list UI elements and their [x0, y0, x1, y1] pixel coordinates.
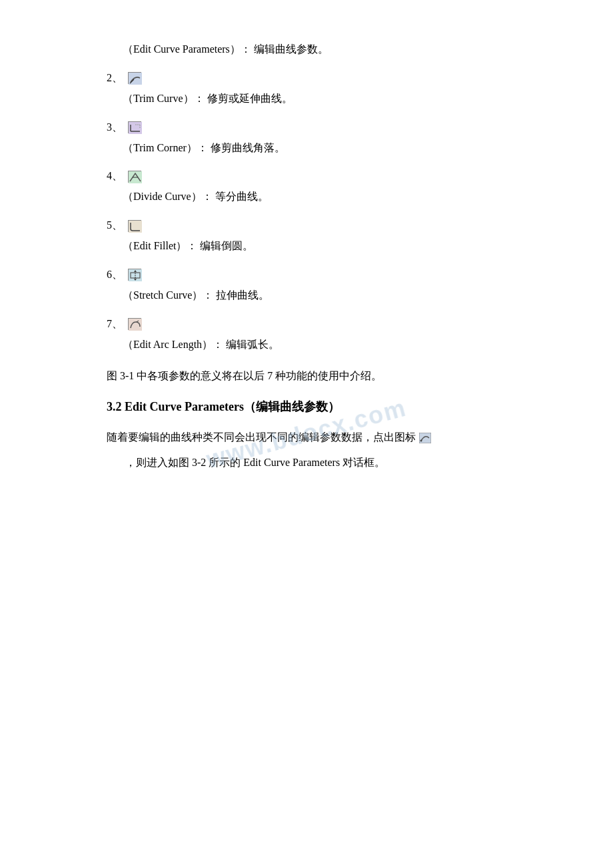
section-heading: 3.2 Edit Curve Parameters（编辑曲线参数） [107, 396, 560, 417]
list-item: （Edit Curve Parameters）： 编辑曲线参数。 [107, 40, 560, 59]
edit-fillet-icon [128, 220, 141, 232]
item5-number-line: 5、 [107, 219, 560, 233]
item6-description: （Stretch Curve）： 拉伸曲线。 [123, 286, 560, 305]
divide-curve-icon [128, 171, 141, 183]
trim-curve-icon [128, 72, 141, 84]
paragraph-start: 随着要编辑的曲线种类不同会出现不同的编辑参数数据，点出图标 [107, 431, 416, 443]
item7-number: 7、 [107, 317, 123, 331]
item3-description: （Trim Corner）： 修剪曲线角落。 [123, 139, 560, 158]
svg-point-20 [420, 440, 422, 442]
stretch-curve-icon [128, 269, 141, 281]
edit-arc-icon [128, 318, 141, 330]
item2-description: （Trim Curve）： 修剪或延伸曲线。 [123, 89, 560, 109]
item2-number: 2、 [107, 71, 123, 85]
item1-description: （Edit Curve Parameters）： 编辑曲线参数。 [123, 40, 560, 59]
main-paragraph: 随着要编辑的曲线种类不同会出现不同的编辑参数数据，点出图标 [107, 427, 560, 447]
trim-corner-icon [128, 121, 141, 133]
list-item: 3、 （Trim Corner）： 修剪曲线角落。 [107, 121, 560, 158]
list-item: 4、 （Divide Curve）： 等分曲线。 [107, 169, 560, 207]
svg-rect-19 [419, 433, 431, 443]
item5-description: （Edit Fillet）： 编辑倒圆。 [123, 237, 560, 256]
list-item: 7、 （Edit Arc Length）： 编辑弧长。 [107, 317, 560, 355]
item7-description: （Edit Arc Length）： 编辑弧长。 [123, 335, 560, 355]
item5-number: 5、 [107, 219, 123, 233]
item3-number-line: 3、 [107, 121, 560, 135]
item6-number-line: 6、 [107, 268, 560, 282]
list-item: 5、 （Edit Fillet）： 编辑倒圆。 [107, 219, 560, 256]
paragraph-continuation: ，则进入如图 3-2 所示的 Edit Curve Parameters 对话框… [125, 453, 560, 473]
item2-number-line: 2、 [107, 71, 560, 85]
item4-number-line: 4、 [107, 169, 560, 183]
item3-number: 3、 [107, 121, 123, 135]
paragraph-icon-inline [416, 431, 432, 443]
item4-description: （Divide Curve）： 等分曲线。 [123, 187, 560, 207]
list-item: 6、 （Stretch Curve）： 拉伸曲线。 [107, 268, 560, 305]
item4-number: 4、 [107, 169, 123, 183]
item6-number: 6、 [107, 268, 123, 282]
page-content: （Edit Curve Parameters）： 编辑曲线参数。 2、 （Tri… [0, 27, 613, 492]
section-note: 图 3-1 中各项参数的意义将在以后 7 种功能的使用中介绍。 [107, 367, 560, 386]
item7-number-line: 7、 [107, 317, 560, 331]
list-item: 2、 （Trim Curve）： 修剪或延伸曲线。 [107, 71, 560, 109]
